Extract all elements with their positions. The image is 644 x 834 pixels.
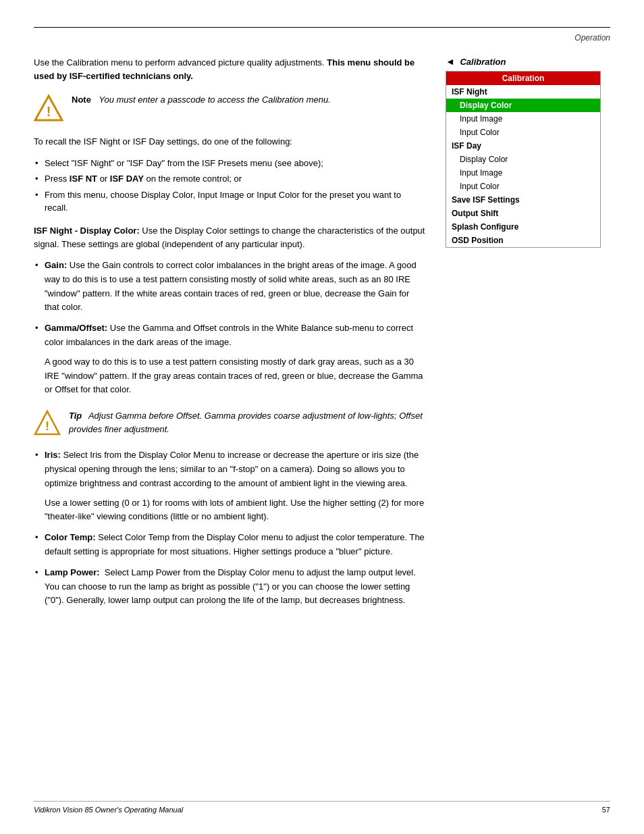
sidebar-title: ◄ Calibration [446, 56, 608, 67]
menu-item-input-image-day[interactable]: Input Image [446, 166, 600, 180]
tip-label: Tip [69, 411, 82, 421]
color-temp-bullet: Color Temp: Select Color Temp from the D… [34, 531, 425, 559]
svg-text:!: ! [47, 104, 51, 119]
gamma-extra: A good way to do this is to use a test p… [45, 355, 425, 397]
tip-content: Tip Adjust Gamma before Offset. Gamma pr… [69, 409, 425, 436]
recall-bullet-1: Select "ISF Night" or "ISF Day" from the… [34, 157, 425, 170]
iris-extra: Use a lower setting (0 or 1) for rooms w… [45, 496, 425, 525]
note-text: You must enter a passcode to access the … [99, 95, 331, 105]
page-container: Operation Use the Calibration menu to pe… [0, 0, 644, 834]
menu-item-isf-day[interactable]: ISF Day [446, 139, 600, 153]
menu-item-display-color-night[interactable]: Display Color [446, 99, 600, 112]
display-color-heading-bold: ISF Night - Display Color: [34, 226, 140, 236]
header-text: Operation [574, 33, 610, 43]
header-divider [34, 27, 610, 28]
sidebar: ◄ Calibration Calibration ISF Night Disp… [446, 56, 608, 616]
menu-item-input-image-night[interactable]: Input Image [446, 112, 600, 126]
recall-bullet-2: Press ISF NT or ISF DAY on the remote co… [34, 172, 425, 186]
tip-icon: ! [34, 409, 61, 436]
content-area: Use the Calibration menu to perform adva… [34, 56, 610, 616]
intro-text: Use the Calibration menu to perform adva… [34, 57, 325, 68]
page-footer: Vidikron Vision 85 Owner's Operating Man… [34, 801, 610, 814]
footer-left: Vidikron Vision 85 Owner's Operating Man… [34, 806, 183, 814]
menu-item-splash-configure[interactable]: Splash Configure [446, 220, 600, 234]
menu-item-save-isf[interactable]: Save ISF Settings [446, 193, 600, 207]
iris-bullet: Iris: Select Iris from the Display Color… [34, 448, 425, 524]
menu-item-display-color-day[interactable]: Display Color [446, 153, 600, 166]
calibration-menu: Calibration ISF Night Display Color Inpu… [446, 71, 601, 248]
menu-item-output-shift[interactable]: Output Shift [446, 207, 600, 220]
display-color-heading: ISF Night - Display Color: Use the Displ… [34, 224, 425, 253]
recall-bullets: Select "ISF Night" or "ISF Day" from the… [34, 157, 425, 215]
recall-intro: To recall the ISF Night or ISF Day setti… [34, 135, 425, 149]
intro-paragraph: Use the Calibration menu to perform adva… [34, 56, 425, 82]
menu-item-calibration-header: Calibration [446, 72, 600, 85]
footer-page-number: 57 [602, 806, 610, 814]
page-header: Operation [34, 33, 610, 43]
sidebar-arrow-icon: ◄ [446, 56, 455, 67]
tip-box: ! Tip Adjust Gamma before Offset. Gamma … [34, 409, 425, 436]
lamp-power-bullet: Lamp Power: Select Lamp Power from the D… [34, 566, 425, 608]
more-bullets: Iris: Select Iris from the Display Color… [34, 448, 425, 608]
gain-bullet: Gain: Use the Gain controls to correct c… [34, 259, 425, 315]
main-content: Use the Calibration menu to perform adva… [34, 56, 425, 616]
note-icon: ! [34, 93, 63, 123]
gamma-bullet: Gamma/Offset: Use the Gamma and Offset c… [34, 321, 425, 397]
note-label: Note [72, 95, 91, 105]
menu-item-input-color-night[interactable]: Input Color [446, 126, 600, 139]
recall-bullet-3: From this menu, choose Display Color, In… [34, 188, 425, 215]
display-color-bullets: Gain: Use the Gain controls to correct c… [34, 259, 425, 397]
tip-text: Adjust Gamma before Offset. Gamma provid… [69, 411, 423, 434]
menu-item-osd-position[interactable]: OSD Position [446, 234, 600, 247]
note-content: Note You must enter a passcode to access… [72, 93, 331, 107]
note-box: ! Note You must enter a passcode to acce… [34, 93, 425, 123]
menu-item-isf-night[interactable]: ISF Night [446, 85, 600, 99]
sidebar-title-text: Calibration [460, 57, 506, 67]
menu-item-input-color-day[interactable]: Input Color [446, 180, 600, 193]
svg-text:!: ! [45, 419, 49, 433]
